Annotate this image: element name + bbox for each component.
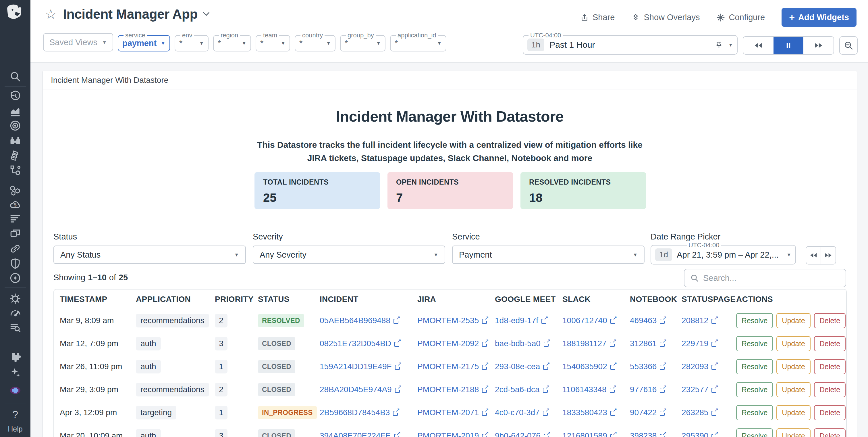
- delete-button[interactable]: Delete: [814, 428, 846, 437]
- update-button[interactable]: Update: [776, 336, 811, 351]
- service-performance-icon[interactable]: [9, 307, 22, 319]
- rum-icon[interactable]: [9, 227, 22, 240]
- dashboards-icon[interactable]: [9, 105, 22, 118]
- statuspage-link[interactable]: 263285: [682, 408, 718, 417]
- help-button[interactable]: Help: [0, 409, 30, 433]
- pin-icon[interactable]: [715, 41, 723, 49]
- jira-link[interactable]: PMORTEM-2092: [417, 339, 488, 348]
- resolve-button[interactable]: Resolve: [736, 359, 773, 374]
- slack-link[interactable]: 1216801589: [562, 431, 617, 437]
- delete-button[interactable]: Delete: [814, 359, 846, 374]
- software-delivery-icon[interactable]: [9, 272, 22, 284]
- resolve-button[interactable]: Resolve: [736, 382, 773, 397]
- jira-link[interactable]: PMORTEM-2071: [417, 408, 488, 417]
- google-meet-link[interactable]: 4c0-c70-3d7: [495, 408, 549, 417]
- google-meet-link[interactable]: 293-08e-cea: [495, 362, 550, 371]
- incident-link[interactable]: 28BA20D45E974A9: [320, 385, 401, 394]
- favorite-star-icon[interactable]: [45, 7, 57, 21]
- update-button[interactable]: Update: [776, 359, 811, 374]
- integrations-icon[interactable]: [9, 352, 22, 364]
- statuspage-link[interactable]: 295390: [682, 431, 718, 437]
- date-backward-button[interactable]: [806, 247, 821, 264]
- filter-pill-service[interactable]: service payment: [118, 32, 170, 52]
- delete-button[interactable]: Delete: [814, 336, 846, 351]
- incident-link[interactable]: 394A08E70E224FE: [320, 431, 400, 437]
- ai-assistant-icon[interactable]: [9, 366, 22, 379]
- filter-pill-group-by[interactable]: group_by *: [340, 32, 385, 52]
- pause-button[interactable]: [774, 37, 804, 54]
- filter-pill-env[interactable]: env *: [175, 32, 209, 52]
- notebook-link[interactable]: 977616: [630, 385, 666, 394]
- synthetics-icon[interactable]: [9, 242, 22, 255]
- time-backward-button[interactable]: [743, 37, 774, 54]
- log-search-icon[interactable]: [9, 321, 22, 334]
- resolve-button[interactable]: Resolve: [736, 336, 773, 351]
- notebook-link[interactable]: 907422: [630, 408, 666, 417]
- statuspage-link[interactable]: 208812: [682, 316, 718, 325]
- notebook-link[interactable]: 398238: [630, 431, 666, 437]
- update-button[interactable]: Update: [776, 428, 811, 437]
- share-button[interactable]: Share: [580, 13, 615, 22]
- slack-link[interactable]: 1833580423: [562, 408, 617, 417]
- status-select[interactable]: Any Status: [54, 245, 246, 264]
- filter-pill-team[interactable]: team *: [256, 32, 290, 52]
- incident-link[interactable]: 08251E732D054BD: [320, 339, 401, 348]
- filter-pill-country[interactable]: country *: [295, 32, 336, 52]
- severity-select[interactable]: Any Severity: [253, 245, 445, 264]
- slack-link[interactable]: 1881981127: [562, 339, 616, 348]
- google-meet-link[interactable]: 9b0-642-076: [495, 431, 550, 437]
- zoom-out-button[interactable]: [839, 36, 858, 55]
- date-forward-button[interactable]: [821, 247, 836, 264]
- apm-icon[interactable]: [9, 119, 22, 132]
- resolve-button[interactable]: Resolve: [736, 428, 773, 437]
- containers-icon[interactable]: [9, 184, 22, 197]
- notebook-link[interactable]: 312861: [630, 339, 666, 348]
- search-input[interactable]: [703, 273, 840, 283]
- service-select[interactable]: Payment: [452, 245, 645, 264]
- chevron-down-icon[interactable]: [728, 42, 733, 48]
- jira-link[interactable]: PMORTEM-2535: [417, 316, 488, 325]
- delete-button[interactable]: Delete: [814, 382, 846, 397]
- google-meet-link[interactable]: 1d8-ed9-17f: [495, 316, 548, 325]
- date-range-picker[interactable]: UTC-04:00 1d Apr 21, 3:59 pm – Apr 22,..…: [651, 242, 796, 264]
- incident-link[interactable]: 05AEB564B969488: [320, 316, 400, 325]
- search-icon[interactable]: [9, 70, 22, 83]
- configure-button[interactable]: Configure: [716, 13, 765, 22]
- history-icon[interactable]: [9, 90, 22, 103]
- slack-link[interactable]: 1540635902: [562, 362, 617, 371]
- jira-link[interactable]: PMORTEM-2175: [417, 362, 488, 371]
- google-meet-link[interactable]: 2cd-5a6-dca: [495, 385, 549, 394]
- update-button[interactable]: Update: [776, 405, 811, 420]
- notebook-link[interactable]: 469463: [630, 316, 666, 325]
- update-button[interactable]: Update: [776, 382, 811, 397]
- google-meet-link[interactable]: bae-bdb-5a0: [495, 339, 550, 348]
- update-button[interactable]: Update: [776, 313, 811, 328]
- statuspage-link[interactable]: 229719: [682, 339, 718, 348]
- deployments-icon[interactable]: [9, 149, 22, 162]
- saved-views-dropdown[interactable]: Saved Views: [43, 33, 113, 52]
- statuspage-link[interactable]: 232577: [682, 385, 718, 394]
- jira-link[interactable]: PMORTEM-2019: [417, 431, 488, 437]
- widget-titlebar[interactable]: Incident Manager With Datastore: [43, 71, 857, 89]
- watchdog-icon[interactable]: [9, 134, 22, 147]
- apps-icon[interactable]: [9, 383, 22, 396]
- slack-link[interactable]: 1006712740: [562, 316, 617, 325]
- datadog-logo-icon[interactable]: [4, 3, 26, 26]
- resolve-button[interactable]: Resolve: [736, 313, 773, 328]
- incident-link[interactable]: 2B59668D78454B3: [320, 408, 399, 417]
- security-icon[interactable]: [9, 257, 22, 270]
- time-forward-button[interactable]: [803, 37, 834, 54]
- error-tracking-icon[interactable]: [9, 292, 22, 305]
- filter-pill-application-id[interactable]: application_id *: [390, 32, 446, 52]
- cloud-cost-icon[interactable]: $: [9, 199, 22, 211]
- time-range-picker[interactable]: UTC-04:00 1h Past 1 Hour: [523, 32, 738, 55]
- jira-link[interactable]: PMORTEM-2188: [417, 385, 488, 394]
- service-map-icon[interactable]: [9, 164, 22, 177]
- delete-button[interactable]: Delete: [814, 313, 846, 328]
- add-widgets-button[interactable]: Add Widgets: [781, 8, 857, 27]
- logs-icon[interactable]: [9, 212, 22, 225]
- filter-pill-region[interactable]: region *: [213, 32, 251, 52]
- statuspage-link[interactable]: 282093: [682, 362, 718, 371]
- notebook-link[interactable]: 553366: [630, 362, 666, 371]
- show-overlays-button[interactable]: Show Overlays: [631, 13, 700, 22]
